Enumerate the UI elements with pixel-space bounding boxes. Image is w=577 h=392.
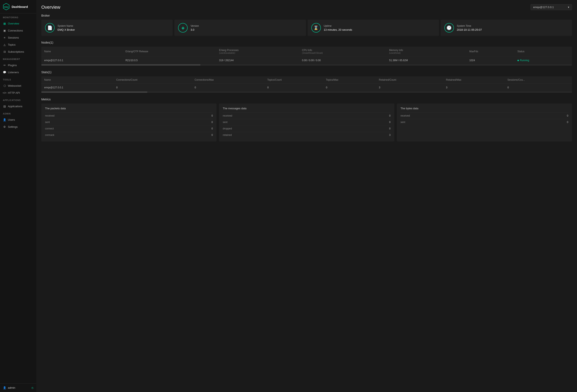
sidebar-item-websocket[interactable]: ⬡ Websocket (0, 82, 36, 89)
sidebar-item-websocket-label: Websocket (8, 84, 21, 87)
sidebar-item-overview[interactable]: ▦ Overview (0, 20, 36, 27)
sidebar-item-subscriptions-label: Subscriptions (8, 50, 24, 53)
sidebar-item-subscriptions[interactable]: ⊟ Subscriptions (0, 48, 36, 55)
packets-sent-label: sent (45, 121, 50, 124)
sidebar-item-sessions[interactable]: ≡ Sessions (0, 34, 36, 41)
nodes-section: Nodes(1) Name Erlang/OTP Release Erlang … (41, 41, 572, 65)
stats-scrollbar-thumb (41, 92, 147, 93)
metrics-section-title: Metrics (41, 98, 572, 101)
nodes-scrollbar[interactable] (41, 64, 572, 65)
settings-icon: ⚙ (3, 125, 6, 128)
node-status: Running (514, 56, 572, 65)
table-row: emqx@127.0.0.1 0 0 0 0 3 3 0 (41, 84, 572, 92)
messages-received-label: received (223, 114, 232, 117)
packets-received-label: received (45, 114, 54, 117)
metrics-grid: The packets data received 0 sent 0 conne… (41, 103, 572, 141)
nodes-col-memory-info: Memory Info (used/total) (386, 47, 466, 56)
metrics-row: received 0 (45, 112, 213, 119)
main-content: Overview emqx@127.0.0.1 ▾ Broker 📄 Syste… (36, 0, 577, 392)
system-time-icon: 🕐 (444, 23, 454, 33)
system-name-value: EMQ X Broker (58, 28, 75, 31)
nodes-scrollbar-thumb (41, 64, 201, 65)
broker-card-version: ◈ Version 3.0 (174, 20, 306, 36)
metrics-row: sent 0 (223, 119, 390, 125)
stats-col-topics-max: Topics/Max (323, 76, 376, 84)
stats-table: Name Connections/Count Connections/Max T… (41, 76, 572, 92)
page-title: Overview (41, 4, 60, 10)
nodes-col-status: Status (514, 47, 572, 56)
system-name-label: System Name (58, 25, 75, 27)
bytes-received-value: 0 (567, 114, 568, 117)
chevron-down-icon: ▾ (568, 6, 569, 9)
sidebar-item-topics[interactable]: ◬ Topics (0, 41, 36, 48)
messages-dropped-label: dropped (223, 127, 232, 130)
metrics-row: connack 0 (45, 132, 213, 138)
stats-section-title: Stats(1) (41, 70, 572, 74)
bytes-card-title: The bytes data (400, 107, 568, 110)
version-label: Version (190, 25, 199, 27)
sidebar-item-settings[interactable]: ⚙ Settings (0, 123, 36, 130)
sidebar-item-users[interactable]: 👤 Users (0, 116, 36, 123)
nodes-table: Name Erlang/OTP Release Erlang Processes… (41, 47, 572, 64)
sidebar-item-users-label: Users (8, 118, 15, 121)
broker-card-system-name: 📄 System Name EMQ X Broker (41, 20, 173, 36)
broker-card-uptime: ⌛ Uptime 13 minutes, 20 seconds (308, 20, 439, 36)
metrics-card-packets: The packets data received 0 sent 0 conne… (41, 103, 216, 141)
system-time-label: System Time (457, 25, 482, 27)
metrics-card-messages: The messages data received 0 sent 0 drop… (219, 103, 394, 141)
packets-connect-value: 0 (212, 127, 213, 130)
plugins-icon: ✏ (3, 64, 6, 67)
sidebar-item-listeners-label: Listeners (8, 71, 19, 74)
logout-button[interactable]: ⎋ (32, 386, 34, 390)
packets-sent-value: 0 (212, 121, 213, 124)
table-row: emqx@127.0.0.1 R21/10.0.5 319 / 262144 0… (41, 56, 572, 65)
emq-logo-icon: EMQ (2, 3, 10, 10)
nodes-col-maxfds: MaxFds (466, 47, 514, 56)
messages-sent-value: 0 (389, 121, 391, 124)
overview-icon: ▦ (3, 22, 6, 25)
node-erlang-processes: 319 / 262144 (216, 56, 299, 65)
node-selector[interactable]: emqx@127.0.0.1 ▾ (531, 4, 572, 10)
metrics-row: sent 0 (45, 119, 213, 125)
system-time-value: 2018-10-11 05:25:07 (457, 28, 482, 31)
sidebar-item-http-api[interactable]: </> HTTP API (0, 89, 36, 96)
bytes-received-label: received (400, 114, 410, 117)
broker-section: Broker 📄 System Name EMQ X Broker ◈ Vers… (41, 14, 572, 36)
nodes-table-header: Name Erlang/OTP Release Erlang Processes… (41, 47, 572, 56)
metrics-row: received 0 (400, 112, 568, 119)
app-title: Dashboard (12, 5, 28, 8)
user-avatar-icon: 👤 (3, 386, 6, 389)
stat-topics-count: 0 (264, 84, 323, 92)
messages-received-value: 0 (389, 114, 391, 117)
sidebar-item-topics-label: Topics (8, 43, 16, 46)
stat-conn-max: 0 (192, 84, 264, 92)
packets-connack-label: connack (45, 133, 54, 136)
subscriptions-icon: ⊟ (3, 50, 6, 53)
stats-col-conn-max: Connections/Max (192, 76, 264, 84)
packets-received-value: 0 (212, 114, 213, 117)
admin-section-label: ADMIN (0, 110, 36, 116)
sidebar-item-applications[interactable]: ▤ Applications (0, 103, 36, 110)
stat-retained-count: 3 (376, 84, 443, 92)
page-header: Overview emqx@127.0.0.1 ▾ (41, 4, 572, 10)
version-value: 3.0 (190, 28, 199, 31)
messages-card-title: The messages data (223, 107, 390, 110)
applications-icon: ▤ (3, 104, 6, 108)
metrics-row: connect 0 (45, 125, 213, 132)
metrics-row: retained 3 (223, 132, 390, 138)
stats-scrollbar[interactable] (41, 92, 572, 93)
sidebar-item-plugins[interactable]: ✏ Plugins (0, 62, 36, 69)
listeners-icon: 💬 (3, 70, 6, 74)
sidebar-item-connections[interactable]: ▣ Connections (0, 27, 36, 34)
sessions-icon: ≡ (3, 36, 6, 39)
sidebar-item-listeners[interactable]: 💬 Listeners (0, 69, 36, 76)
packets-card-title: The packets data (45, 107, 213, 110)
users-icon: 👤 (3, 118, 6, 121)
node-cpu-info: 0.00 / 0.00 / 0.00 (299, 56, 386, 65)
tools-section-label: TOOLS (0, 76, 36, 82)
version-icon: ◈ (178, 23, 188, 33)
nodes-col-erlang-release: Erlang/OTP Release (122, 47, 216, 56)
stats-col-name: Name (41, 76, 113, 84)
uptime-value: 13 minutes, 20 seconds (324, 28, 352, 31)
packets-connect-label: connect (45, 127, 54, 130)
